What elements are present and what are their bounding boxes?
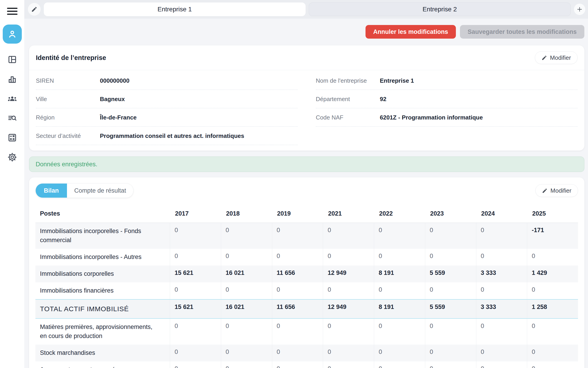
cell-value: 5 559	[425, 266, 476, 282]
sidebar-item-profile[interactable]	[3, 25, 22, 44]
tab-compte-de-resultat[interactable]: Compte de résultat	[67, 184, 133, 198]
cell-value: -171	[527, 223, 578, 249]
identity-title: Identité de l’entreprise	[36, 54, 106, 62]
cell-value: 0	[476, 223, 527, 249]
cell-value: 0	[170, 361, 221, 368]
calculator-icon	[7, 133, 17, 143]
company-tab-bar: Entreprise 1 Entreprise 2	[24, 0, 588, 19]
cell-value: 0	[425, 223, 476, 249]
field-label: Région	[36, 114, 100, 121]
table-row: Immobilisations financières00000000	[36, 282, 578, 299]
field-label: Nom de l'entreprise	[316, 77, 380, 84]
financials-header: Bilan Compte de résultat Modifier	[29, 177, 584, 203]
identity-field: Nom de l'entreprise Entreprise 1	[316, 72, 578, 90]
field-label: Code NAF	[316, 114, 380, 121]
cell-value: 0	[323, 249, 374, 266]
identity-field: Département 92	[316, 90, 578, 108]
sidebar-item-calculator[interactable]	[7, 133, 17, 143]
save-all-button[interactable]: Sauvegarder toutes les modifications	[460, 25, 584, 39]
cell-value: 0	[272, 345, 323, 361]
identity-fields-right: Nom de l'entreprise Entreprise 1 Départe…	[316, 72, 578, 145]
cell-value: 3 333	[476, 300, 527, 318]
cell-value: 0	[272, 249, 323, 266]
column-header-year: 2018	[221, 205, 272, 223]
identity-field: Code NAF 6201Z - Programmation informati…	[316, 108, 578, 127]
cell-value: 0	[374, 345, 425, 361]
layout-icon	[7, 55, 17, 64]
financials-tabs: Bilan Compte de résultat	[36, 183, 134, 198]
success-alert: Données enregistrées.	[29, 156, 584, 172]
cell-value: 0	[221, 345, 272, 361]
menu-icon[interactable]	[7, 6, 18, 16]
identity-field: Ville Bagneux	[36, 90, 298, 108]
row-label: Immobilisations incorporelles - Autres	[36, 249, 170, 266]
cell-value: 16 021	[221, 266, 272, 282]
edit-identity-button[interactable]: Modifier	[535, 51, 578, 64]
sidebar-item-search[interactable]	[7, 113, 17, 123]
cell-value: 0	[476, 319, 527, 345]
cell-value: 12 949	[323, 300, 374, 318]
cell-value: 0	[527, 249, 578, 266]
cell-value: 0	[323, 345, 374, 361]
field-label: Ville	[36, 96, 100, 103]
column-header-year: 2023	[425, 205, 476, 223]
cell-value: 0	[527, 345, 578, 361]
row-label: Immobilisations incorporelles - Fonds co…	[36, 223, 170, 249]
table-row: Stock marchandises00000000	[36, 345, 578, 361]
cell-value: 0	[374, 319, 425, 345]
bilan-table-body: Immobilisations incorporelles - Fonds co…	[36, 223, 578, 368]
main-area: Entreprise 1 Entreprise 2 Annuler les mo…	[24, 0, 588, 368]
sidebar-item-layout[interactable]	[7, 55, 17, 64]
tab-entreprise-2[interactable]: Entreprise 2	[309, 2, 571, 16]
add-company-button[interactable]	[574, 4, 585, 15]
identity-fields-left: SIREN 000000000 Ville Bagneux Région Île…	[36, 72, 298, 145]
row-label: Avances et acomptes versés sur commandes	[36, 361, 170, 368]
pencil-icon	[542, 188, 548, 193]
identity-field: Secteur d’activité Programmation conseil…	[36, 127, 298, 145]
cell-value: 0	[221, 249, 272, 266]
cell-value: 0	[476, 249, 527, 266]
sidebar-item-settings[interactable]	[7, 152, 17, 162]
rename-tab-button[interactable]	[28, 3, 41, 16]
field-value: Bagneux	[100, 96, 125, 103]
tab-bilan[interactable]: Bilan	[36, 184, 67, 198]
table-row: Immobilisations incorporelles - Autres00…	[36, 249, 578, 266]
sidebar-item-chart[interactable]	[7, 74, 17, 84]
edit-bilan-button[interactable]: Modifier	[535, 184, 578, 197]
field-label: SIREN	[36, 77, 100, 84]
table-row: Immobilisations incorporelles - Fonds co…	[36, 223, 578, 249]
success-alert-message: Données enregistrées.	[36, 161, 98, 168]
cell-value: 0	[374, 361, 425, 368]
bilan-table: Postes20172018201920212022202320242025 I…	[36, 205, 578, 368]
field-value: Programmation conseil et autres act. inf…	[100, 132, 244, 139]
edit-bilan-label: Modifier	[551, 187, 571, 194]
cell-value: 8 191	[374, 266, 425, 282]
cell-value: 15 621	[170, 300, 221, 318]
row-label: Immobilisations financières	[36, 282, 170, 299]
cell-value: 0	[221, 223, 272, 249]
cell-value: 0	[374, 282, 425, 299]
identity-card: Identité de l’entreprise Modifier SIREN …	[29, 46, 584, 151]
cell-value: 0	[170, 249, 221, 266]
cell-value: 0	[170, 282, 221, 299]
field-value: Entreprise 1	[380, 77, 414, 84]
cell-value: 0	[527, 282, 578, 299]
cancel-changes-button[interactable]: Annuler les modifications	[365, 25, 456, 39]
cell-value: 0	[527, 319, 578, 345]
cell-value: 0	[323, 319, 374, 345]
sidebar-item-groups[interactable]	[7, 94, 17, 104]
field-label: Département	[316, 96, 380, 103]
bar-chart-icon	[7, 74, 17, 84]
person-icon	[7, 29, 17, 39]
actions-row: Annuler les modifications Sauvegarder to…	[29, 25, 584, 39]
identity-fields: SIREN 000000000 Ville Bagneux Région Île…	[29, 70, 584, 151]
cell-value: 0	[425, 345, 476, 361]
cell-value: 0	[374, 249, 425, 266]
cell-value: 0	[323, 223, 374, 249]
cell-value: 11 656	[272, 266, 323, 282]
cell-value: 12 949	[323, 266, 374, 282]
app-window: Entreprise 1 Entreprise 2 Annuler les mo…	[0, 0, 588, 368]
cell-value: 5 559	[425, 300, 476, 318]
edit-identity-label: Modifier	[550, 54, 571, 61]
tab-entreprise-1[interactable]: Entreprise 1	[44, 2, 306, 16]
